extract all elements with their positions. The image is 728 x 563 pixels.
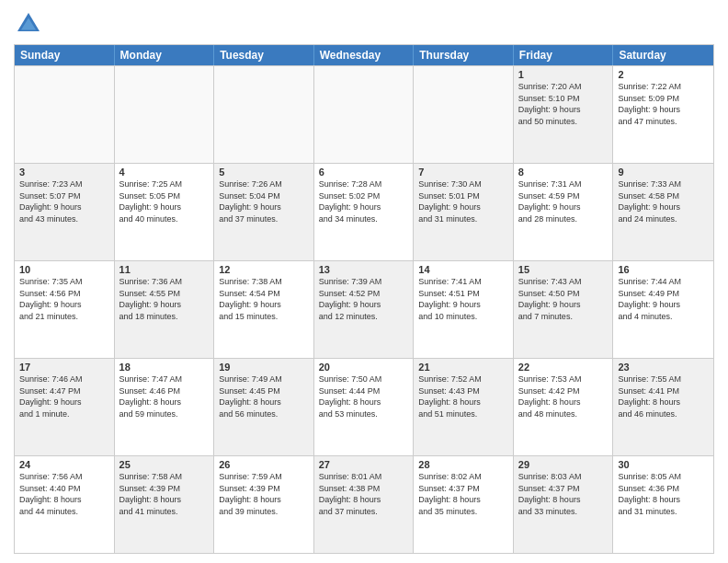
cal-header-day-friday: Friday — [514, 45, 614, 65]
day-number: 23 — [618, 362, 709, 373]
day-number: 8 — [518, 167, 609, 178]
day-number: 27 — [319, 459, 409, 470]
cal-cell-0-1 — [115, 66, 215, 163]
cal-cell-1-2: 5Sunrise: 7:26 AM Sunset: 5:04 PM Daylig… — [214, 164, 314, 260]
day-info: Sunrise: 7:58 AM Sunset: 4:39 PM Dayligh… — [119, 471, 210, 517]
day-info: Sunrise: 8:05 AM Sunset: 4:36 PM Dayligh… — [618, 471, 709, 517]
cal-cell-2-4: 14Sunrise: 7:41 AM Sunset: 4:51 PM Dayli… — [414, 261, 514, 358]
cal-header-day-tuesday: Tuesday — [214, 45, 314, 65]
cal-cell-4-2: 26Sunrise: 7:59 AM Sunset: 4:39 PM Dayli… — [214, 456, 314, 553]
cal-cell-4-6: 30Sunrise: 8:05 AM Sunset: 4:36 PM Dayli… — [613, 456, 713, 553]
cal-row-2: 10Sunrise: 7:35 AM Sunset: 4:56 PM Dayli… — [15, 260, 713, 358]
cal-cell-3-1: 18Sunrise: 7:47 AM Sunset: 4:46 PM Dayli… — [115, 359, 215, 455]
cal-cell-0-0 — [15, 66, 115, 163]
day-number: 26 — [219, 459, 309, 470]
day-number: 14 — [418, 264, 508, 275]
cal-row-1: 3Sunrise: 7:23 AM Sunset: 5:07 PM Daylig… — [15, 163, 713, 260]
cal-cell-4-3: 27Sunrise: 8:01 AM Sunset: 4:38 PM Dayli… — [314, 456, 415, 553]
day-info: Sunrise: 7:26 AM Sunset: 5:04 PM Dayligh… — [219, 178, 309, 224]
day-number: 13 — [319, 264, 409, 275]
cal-cell-4-0: 24Sunrise: 7:56 AM Sunset: 4:40 PM Dayli… — [15, 456, 115, 553]
cal-cell-0-6: 2Sunrise: 7:22 AM Sunset: 5:09 PM Daylig… — [613, 66, 713, 163]
cal-cell-1-0: 3Sunrise: 7:23 AM Sunset: 5:07 PM Daylig… — [15, 164, 115, 260]
cal-cell-2-1: 11Sunrise: 7:36 AM Sunset: 4:55 PM Dayli… — [115, 261, 215, 358]
cal-cell-4-5: 29Sunrise: 8:03 AM Sunset: 4:37 PM Dayli… — [514, 456, 614, 553]
cal-cell-1-5: 8Sunrise: 7:31 AM Sunset: 4:59 PM Daylig… — [514, 164, 614, 260]
day-info: Sunrise: 7:43 AM Sunset: 4:50 PM Dayligh… — [518, 276, 609, 322]
day-number: 18 — [119, 362, 210, 373]
day-number: 19 — [219, 362, 309, 373]
cal-header-day-thursday: Thursday — [414, 45, 514, 65]
day-info: Sunrise: 7:36 AM Sunset: 4:55 PM Dayligh… — [119, 276, 210, 322]
header — [14, 9, 714, 39]
day-number: 9 — [618, 167, 709, 178]
day-number: 15 — [518, 264, 609, 275]
day-info: Sunrise: 7:30 AM Sunset: 5:01 PM Dayligh… — [418, 178, 508, 224]
cal-header-day-wednesday: Wednesday — [314, 45, 415, 65]
calendar-header: SundayMondayTuesdayWednesdayThursdayFrid… — [15, 45, 713, 65]
calendar: SundayMondayTuesdayWednesdayThursdayFrid… — [14, 44, 714, 554]
cal-cell-0-3 — [314, 66, 415, 163]
day-number: 29 — [518, 459, 609, 470]
day-info: Sunrise: 7:20 AM Sunset: 5:10 PM Dayligh… — [518, 81, 609, 127]
day-number: 21 — [418, 362, 508, 373]
day-info: Sunrise: 7:49 AM Sunset: 4:45 PM Dayligh… — [219, 373, 309, 419]
cal-cell-1-1: 4Sunrise: 7:25 AM Sunset: 5:05 PM Daylig… — [115, 164, 215, 260]
cal-cell-0-2 — [214, 66, 314, 163]
cal-cell-3-5: 22Sunrise: 7:53 AM Sunset: 4:42 PM Dayli… — [514, 359, 614, 455]
day-info: Sunrise: 7:56 AM Sunset: 4:40 PM Dayligh… — [19, 471, 109, 517]
day-info: Sunrise: 7:55 AM Sunset: 4:41 PM Dayligh… — [618, 373, 709, 419]
day-number: 16 — [618, 264, 709, 275]
day-info: Sunrise: 7:38 AM Sunset: 4:54 PM Dayligh… — [219, 276, 309, 322]
day-number: 17 — [19, 362, 109, 373]
day-info: Sunrise: 7:44 AM Sunset: 4:49 PM Dayligh… — [618, 276, 709, 322]
day-info: Sunrise: 7:23 AM Sunset: 5:07 PM Dayligh… — [19, 178, 109, 224]
cal-cell-3-3: 20Sunrise: 7:50 AM Sunset: 4:44 PM Dayli… — [314, 359, 415, 455]
day-info: Sunrise: 7:47 AM Sunset: 4:46 PM Dayligh… — [119, 373, 210, 419]
day-info: Sunrise: 7:22 AM Sunset: 5:09 PM Dayligh… — [618, 81, 709, 127]
day-info: Sunrise: 7:52 AM Sunset: 4:43 PM Dayligh… — [418, 373, 508, 419]
cal-cell-0-5: 1Sunrise: 7:20 AM Sunset: 5:10 PM Daylig… — [514, 66, 614, 163]
cal-cell-3-4: 21Sunrise: 7:52 AM Sunset: 4:43 PM Dayli… — [414, 359, 514, 455]
day-number: 4 — [119, 167, 210, 178]
logo-icon — [14, 9, 43, 39]
cal-header-day-sunday: Sunday — [15, 45, 115, 65]
day-info: Sunrise: 8:02 AM Sunset: 4:37 PM Dayligh… — [418, 471, 508, 517]
day-number: 1 — [518, 69, 609, 80]
cal-row-4: 24Sunrise: 7:56 AM Sunset: 4:40 PM Dayli… — [15, 455, 713, 553]
cal-cell-3-0: 17Sunrise: 7:46 AM Sunset: 4:47 PM Dayli… — [15, 359, 115, 455]
calendar-body: 1Sunrise: 7:20 AM Sunset: 5:10 PM Daylig… — [15, 65, 713, 553]
cal-cell-1-4: 7Sunrise: 7:30 AM Sunset: 5:01 PM Daylig… — [414, 164, 514, 260]
cal-cell-1-6: 9Sunrise: 7:33 AM Sunset: 4:58 PM Daylig… — [613, 164, 713, 260]
day-number: 24 — [19, 459, 109, 470]
day-info: Sunrise: 7:50 AM Sunset: 4:44 PM Dayligh… — [319, 373, 409, 419]
page: SundayMondayTuesdayWednesdayThursdayFrid… — [0, 0, 728, 563]
day-number: 28 — [418, 459, 508, 470]
day-info: Sunrise: 7:28 AM Sunset: 5:02 PM Dayligh… — [319, 178, 409, 224]
day-info: Sunrise: 7:53 AM Sunset: 4:42 PM Dayligh… — [518, 373, 609, 419]
day-info: Sunrise: 7:46 AM Sunset: 4:47 PM Dayligh… — [19, 373, 109, 419]
day-number: 2 — [618, 69, 709, 80]
cal-cell-4-1: 25Sunrise: 7:58 AM Sunset: 4:39 PM Dayli… — [115, 456, 215, 553]
cal-cell-2-6: 16Sunrise: 7:44 AM Sunset: 4:49 PM Dayli… — [613, 261, 713, 358]
day-number: 25 — [119, 459, 210, 470]
day-number: 30 — [618, 459, 709, 470]
cal-header-day-saturday: Saturday — [613, 45, 713, 65]
day-info: Sunrise: 7:25 AM Sunset: 5:05 PM Dayligh… — [119, 178, 210, 224]
cal-cell-2-2: 12Sunrise: 7:38 AM Sunset: 4:54 PM Dayli… — [214, 261, 314, 358]
day-info: Sunrise: 7:39 AM Sunset: 4:52 PM Dayligh… — [319, 276, 409, 322]
cal-cell-3-2: 19Sunrise: 7:49 AM Sunset: 4:45 PM Dayli… — [214, 359, 314, 455]
day-info: Sunrise: 8:01 AM Sunset: 4:38 PM Dayligh… — [319, 471, 409, 517]
day-number: 6 — [319, 167, 409, 178]
cal-row-0: 1Sunrise: 7:20 AM Sunset: 5:10 PM Daylig… — [15, 65, 713, 163]
cal-cell-3-6: 23Sunrise: 7:55 AM Sunset: 4:41 PM Dayli… — [613, 359, 713, 455]
day-info: Sunrise: 7:31 AM Sunset: 4:59 PM Dayligh… — [518, 178, 609, 224]
day-info: Sunrise: 8:03 AM Sunset: 4:37 PM Dayligh… — [518, 471, 609, 517]
day-number: 20 — [319, 362, 409, 373]
day-number: 7 — [418, 167, 508, 178]
cal-cell-0-4 — [414, 66, 514, 163]
day-info: Sunrise: 7:41 AM Sunset: 4:51 PM Dayligh… — [418, 276, 508, 322]
cal-header-day-monday: Monday — [115, 45, 215, 65]
logo — [14, 9, 47, 39]
day-number: 11 — [119, 264, 210, 275]
